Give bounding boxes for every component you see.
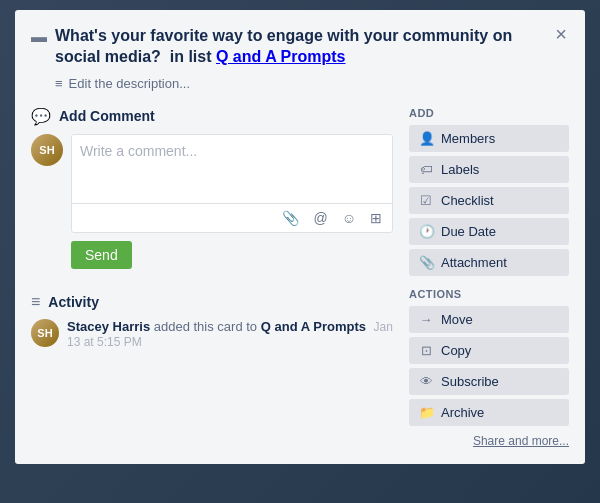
modal-card: × ▬ What's your favorite way to engage w…: [15, 10, 585, 464]
move-label: Move: [441, 312, 473, 327]
comment-icon: 💬: [31, 107, 51, 126]
modal-overlay: × ▬ What's your favorite way to engage w…: [0, 0, 600, 503]
attachment-icon: 📎: [419, 255, 433, 270]
activity-user: Stacey Harris: [67, 319, 150, 334]
copy-icon: ⊡: [419, 343, 433, 358]
modal-header: ▬ What's your favorite way to engage wit…: [31, 26, 569, 68]
members-label: Members: [441, 131, 495, 146]
subscribe-icon: 👁: [419, 374, 433, 389]
activity-action: added this card to: [154, 319, 257, 334]
card-icon: ▬: [31, 28, 47, 46]
checklist-label: Checklist: [441, 193, 494, 208]
attachment-button[interactable]: 📎 Attachment: [409, 249, 569, 276]
archive-label: Archive: [441, 405, 484, 420]
subscribe-button[interactable]: 👁 Subscribe: [409, 368, 569, 395]
activity-item: SH Stacey Harris added this card to Q an…: [31, 319, 393, 349]
attachment-label: Attachment: [441, 255, 507, 270]
due-date-button[interactable]: 🕐 Due Date: [409, 218, 569, 245]
activity-section: ≡ Activity SH Stacey Harris added this c…: [31, 293, 393, 349]
comment-tools: 📎 @ ☺ ⊞: [72, 203, 392, 232]
copy-label: Copy: [441, 343, 471, 358]
archive-button[interactable]: 📁 Archive: [409, 399, 569, 426]
comment-input-area: SH 📎 @ ☺ ⊞: [31, 134, 393, 241]
activity-section-header: ≡ Activity: [31, 293, 393, 311]
share-more-link[interactable]: Share and more...: [409, 434, 569, 448]
copy-button[interactable]: ⊡ Copy: [409, 337, 569, 364]
emoji-tool-button[interactable]: ☺: [338, 208, 360, 228]
move-button[interactable]: → Move: [409, 306, 569, 333]
actions-section-title: Actions: [409, 288, 569, 300]
due-date-label: Due Date: [441, 224, 496, 239]
comment-section-title: Add Comment: [59, 108, 155, 124]
description-icon: ≡: [55, 76, 63, 91]
labels-button[interactable]: 🏷 Labels: [409, 156, 569, 183]
attachment-tool-button[interactable]: 📎: [278, 208, 303, 228]
checklist-icon: ☑: [419, 193, 433, 208]
mention-tool-button[interactable]: @: [309, 208, 331, 228]
main-content: 💬 Add Comment SH 📎 @ ☺ ⊞: [31, 107, 569, 448]
comment-section-header: 💬 Add Comment: [31, 107, 393, 126]
comment-box: 📎 @ ☺ ⊞: [71, 134, 393, 233]
add-section-title: Add: [409, 107, 569, 119]
edit-description-link[interactable]: ≡ Edit the description...: [55, 76, 569, 91]
list-name-link[interactable]: Q and A Prompts: [216, 48, 346, 65]
avatar-image: SH: [31, 134, 63, 166]
members-button[interactable]: 👤 Members: [409, 125, 569, 152]
user-avatar: SH: [31, 134, 63, 166]
activity-avatar-image: SH: [31, 319, 59, 347]
labels-icon: 🏷: [419, 162, 433, 177]
close-button[interactable]: ×: [547, 20, 575, 48]
left-column: 💬 Add Comment SH 📎 @ ☺ ⊞: [31, 107, 393, 448]
list-name-label: in list Q and A Prompts: [165, 48, 345, 65]
members-icon: 👤: [419, 131, 433, 146]
activity-text: Stacey Harris added this card to Q and A…: [67, 319, 393, 349]
subscribe-label: Subscribe: [441, 374, 499, 389]
right-column: Add 👤 Members 🏷 Labels ☑ Checklist 🕐 Due…: [409, 107, 569, 448]
checklist-button[interactable]: ☑ Checklist: [409, 187, 569, 214]
move-icon: →: [419, 312, 433, 327]
due-date-icon: 🕐: [419, 224, 433, 239]
labels-label: Labels: [441, 162, 479, 177]
template-tool-button[interactable]: ⊞: [366, 208, 386, 228]
edit-description-label: Edit the description...: [69, 76, 190, 91]
archive-icon: 📁: [419, 405, 433, 420]
activity-section-title: Activity: [48, 294, 99, 310]
comment-textarea[interactable]: [72, 135, 392, 199]
activity-avatar: SH: [31, 319, 59, 347]
send-button[interactable]: Send: [71, 241, 132, 269]
activity-target: Q and A Prompts: [261, 319, 366, 334]
activity-icon: ≡: [31, 293, 40, 311]
